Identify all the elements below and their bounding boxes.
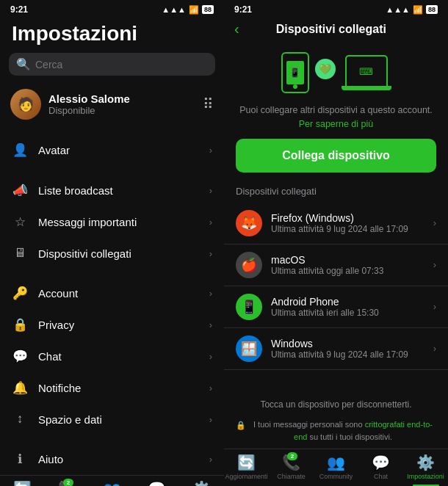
device-info-android: Android Phone Ultima attività ieri alle … — [271, 296, 424, 318]
nav-chat-right[interactable]: 💬 Chat — [358, 454, 403, 480]
device-row-windows[interactable]: 🪟 Windows Ultima attività 9 lug 2024 all… — [224, 328, 448, 370]
menu-item-starred[interactable]: ☆ Messaggi importanti › — [0, 206, 224, 238]
connect-description: Puoi collegare altri dispositivi a quest… — [224, 101, 448, 139]
bottom-nav-left: 🔄 Aggiornamenti 2 📞 Chiamate 👥 Community… — [0, 475, 224, 486]
profile-info: Alessio Salome Disponibile — [48, 93, 195, 116]
chat-icon-nav-left: 💬 — [148, 480, 166, 486]
device-name-windows: Windows — [271, 338, 424, 349]
menu-label-help: Aiuto — [38, 453, 199, 465]
menu-label-privacy: Privacy — [38, 319, 199, 331]
phone-device-left: 📱 — [281, 52, 309, 93]
device-activity-android: Ultima attività ieri alle 15:30 — [271, 308, 424, 318]
device-icon-android: 📱 — [236, 294, 262, 320]
time-left: 9:21 — [10, 4, 28, 15]
profile-name: Alessio Salome — [48, 93, 195, 105]
right-title: Dispositivi collegati — [239, 23, 423, 36]
device-row-android[interactable]: 📱 Android Phone Ultima attività ieri all… — [224, 286, 448, 328]
laptop-icon: ⌨ — [345, 55, 388, 87]
left-panel: 9:21 ▲▲▲ 📶 88 Impostazioni 🔍 🧑 Alessio S… — [0, 0, 224, 486]
menu-label-broadcast: Liste broadcast — [38, 184, 199, 197]
status-bar-left: 9:21 ▲▲▲ 📶 88 — [0, 0, 224, 16]
device-chevron-android: › — [433, 301, 436, 312]
menu-item-avatar[interactable]: 👤 Avatar › — [0, 134, 224, 166]
star-icon: ☆ — [12, 214, 28, 230]
avatar-icon: 👤 — [12, 142, 28, 158]
menu-item-linked-devices[interactable]: 🖥 Dispositivi collegati › — [0, 238, 224, 269]
wifi-icon: 📶 — [189, 5, 199, 15]
connect-device-button[interactable]: Collega dispositivo — [236, 139, 436, 173]
menu-section-top: 👤 Avatar › — [0, 134, 224, 166]
menu-item-chat[interactable]: 💬 Chat › — [0, 341, 224, 372]
calls-badge-left: 2 — [63, 479, 73, 486]
menu-item-broadcast[interactable]: 📣 Liste broadcast › — [0, 175, 224, 206]
time-right: 9:21 — [234, 4, 252, 15]
device-chevron-firefox: › — [433, 217, 436, 228]
chevron-icon-8: › — [209, 382, 212, 393]
status-icons-right: ▲▲▲ 📶 88 — [386, 5, 438, 15]
menu-item-notifications[interactable]: 🔔 Notifiche › — [0, 372, 224, 404]
e2e-text-main: I tuoi messaggi personali sono crittogra… — [250, 418, 436, 443]
back-button[interactable]: ‹ — [234, 21, 239, 37]
broadcast-icon: 📣 — [12, 183, 28, 198]
heart-icon: 💚 — [315, 59, 336, 79]
lock-icon: 🔒 — [12, 317, 28, 333]
nav-settings-left[interactable]: ⚙️ Impostazioni — [179, 480, 224, 486]
chevron-icon-9: › — [209, 414, 212, 425]
menu-section-settings: 🔑 Account › 🔒 Privacy › 💬 Chat › 🔔 Notif… — [0, 278, 224, 435]
profile-status: Disponibile — [48, 105, 195, 116]
menu-label-avatar: Avatar — [38, 144, 199, 156]
menu-label-starred: Messaggi importanti — [38, 216, 199, 228]
device-row-macos[interactable]: 🍎 macOS Ultima attività oggi alle 07:33 … — [224, 244, 448, 286]
nav-settings-right[interactable]: ⚙️ Impostazioni — [403, 454, 448, 480]
device-name-android: Android Phone — [271, 296, 424, 308]
chevron-icon-5: › — [209, 288, 212, 299]
nav-label-calls-right: Chiamate — [277, 473, 306, 480]
menu-label-storage: Spazio e dati — [38, 413, 199, 426]
search-input[interactable] — [35, 59, 208, 70]
nav-label-chat-right: Chat — [374, 473, 388, 480]
e2e-notice: 🔒 I tuoi messaggi personali sono crittog… — [224, 416, 448, 449]
menu-item-help[interactable]: ℹ Aiuto › — [0, 443, 224, 475]
device-activity-macos: Ultima attività oggi alle 07:33 — [271, 266, 424, 276]
device-icon-macos: 🍎 — [236, 252, 262, 278]
device-activity-firefox: Ultima attività 9 lug 2024 alle 17:09 — [271, 224, 424, 234]
search-bar[interactable]: 🔍 — [9, 53, 215, 76]
device-activity-windows: Ultima attività 9 lug 2024 alle 17:09 — [271, 349, 424, 360]
nav-calls-left[interactable]: 2 📞 Chiamate — [45, 480, 90, 486]
device-name-macos: macOS — [271, 254, 424, 266]
status-icons-left: ▲▲▲ 📶 88 — [162, 5, 214, 15]
profile-row[interactable]: 🧑 Alessio Salome Disponibile ⠿ — [0, 83, 224, 126]
chevron-icon-10: › — [209, 454, 212, 465]
disconnect-hint: Tocca un dispositivo per disconnetterti. — [224, 393, 448, 416]
community-icon-right: 👥 — [327, 454, 345, 471]
nav-updates-right[interactable]: 🔄 Aggiornamenti — [224, 454, 269, 480]
settings-icon-left: ⚙️ — [192, 480, 211, 486]
community-icon-left: 👥 — [103, 480, 121, 486]
nav-updates-left[interactable]: 🔄 Aggiornamenti — [0, 480, 45, 486]
devices-icon: 🖥 — [12, 246, 28, 261]
bottom-nav-right: 🔄 Aggiornamenti 2 📞 Chiamate 👥 Community… — [224, 449, 448, 486]
device-info-windows: Windows Ultima attività 9 lug 2024 alle … — [271, 338, 424, 360]
laptop-device: ⌨ — [342, 55, 391, 90]
device-row-firefox[interactable]: 🦊 Firefox (Windows) Ultima attività 9 lu… — [224, 203, 448, 244]
phone-inner: 📱 — [286, 61, 304, 84]
device-info-firefox: Firefox (Windows) Ultima attività 9 lug … — [271, 212, 424, 234]
nav-community-right[interactable]: 👥 Community — [314, 454, 358, 480]
chat-icon-nav-right: 💬 — [372, 454, 390, 471]
nav-label-updates-right: Aggiornamenti — [225, 473, 267, 480]
signal-icon-right: ▲▲▲ — [386, 5, 410, 14]
nav-label-community-right: Community — [319, 473, 353, 480]
qr-icon[interactable]: ⠿ — [203, 95, 214, 113]
chevron-icon-7: › — [209, 351, 212, 362]
menu-item-storage[interactable]: ↕ Spazio e dati › — [0, 404, 224, 435]
menu-item-account[interactable]: 🔑 Account › — [0, 278, 224, 309]
menu-item-privacy[interactable]: 🔒 Privacy › — [0, 309, 224, 341]
nav-chat-left[interactable]: 💬 Chat — [134, 480, 179, 486]
chat-icon: 💬 — [12, 349, 28, 364]
key-icon: 🔑 — [12, 286, 28, 301]
connect-link[interactable]: Per saperne di più — [299, 119, 373, 129]
battery-right: 88 — [426, 5, 438, 14]
nav-community-left[interactable]: 👥 Community — [90, 480, 134, 486]
nav-calls-right[interactable]: 2 📞 Chiamate — [269, 454, 314, 480]
right-header: ‹ Dispositivi collegati — [224, 16, 448, 43]
